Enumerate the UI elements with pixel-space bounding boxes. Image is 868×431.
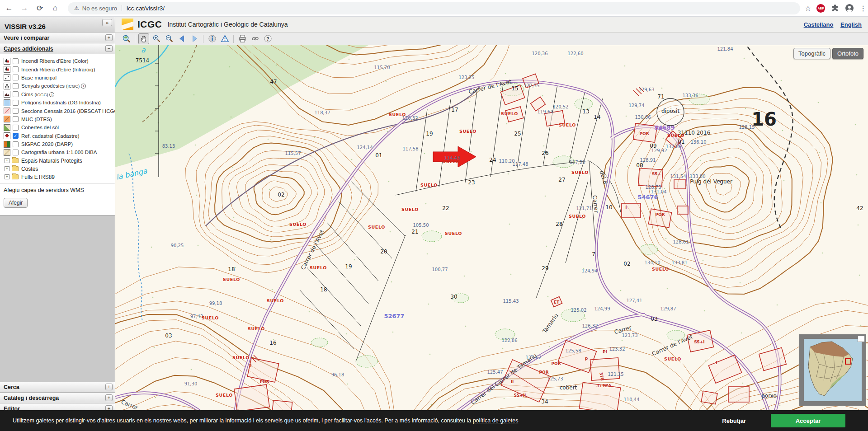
print-button[interactable] (237, 33, 248, 44)
lang-link-english[interactable]: English (840, 21, 862, 28)
layer-checkbox[interactable] (13, 108, 19, 114)
expand-icon[interactable]: + (105, 34, 113, 41)
layer-label[interactable]: Ref. cadastral (Cadastre) (21, 133, 79, 139)
layer-label[interactable]: Polígons Industrials (DG Indústria) (21, 100, 101, 105)
browser-menu-icon[interactable]: ⋮ (859, 4, 867, 13)
map-canvas[interactable]: Carrer de l'AvetCarrer de l'AvetCarrer d… (115, 45, 868, 431)
address-bar[interactable]: ⚠ No es seguro icc.cat/vissir3/ (68, 2, 800, 14)
next-view-button[interactable] (189, 33, 200, 44)
base-layer-ortofoto-button[interactable]: Ortofoto (832, 48, 863, 59)
previous-view-button[interactable] (176, 33, 187, 44)
layer-label[interactable]: Incendi Ribera d'Ebre (Infraroig) (21, 67, 95, 72)
add-wms-button[interactable]: Afegir (4, 198, 28, 208)
svg-text:?: ? (266, 36, 269, 42)
overview-minimap[interactable]: − (799, 334, 866, 406)
help-button[interactable]: ? (262, 33, 273, 44)
map-label: 120,52 (553, 104, 569, 109)
minimap-collapse-button[interactable]: − (858, 336, 865, 342)
expand-plus-icon[interactable]: + (5, 174, 9, 179)
map-label: SUELO (202, 315, 219, 320)
map-label: 125,58 (566, 348, 581, 353)
cookie-banner: Utilitzem galetes per distingir-vos d'al… (0, 410, 868, 431)
map-label: 54689 (654, 124, 675, 131)
layer-checkbox[interactable] (13, 58, 19, 64)
bookmark-star-icon[interactable]: ☆ (805, 4, 811, 13)
collapse-icon[interactable]: − (105, 45, 113, 52)
map-label: 90,25 (171, 243, 184, 248)
extensions-puzzle-icon[interactable] (830, 4, 840, 13)
base-layer-topografic-button[interactable]: Topogràfic (793, 48, 830, 59)
folder-icon (12, 158, 19, 163)
layer-label[interactable]: SIGPAC 2020 (DARP) (21, 141, 73, 147)
zoom-in-button[interactable] (151, 33, 162, 44)
pan-tool-button[interactable] (138, 33, 149, 44)
expand-icon[interactable]: + (105, 384, 113, 390)
profile-avatar[interactable] (845, 4, 854, 13)
expand-plus-icon[interactable]: + (5, 166, 9, 171)
map-label: SUELO (667, 133, 684, 138)
cookie-accept-button[interactable]: Acceptar (771, 414, 845, 427)
folder-label[interactable]: Costes (21, 166, 38, 172)
share-link-button[interactable] (250, 33, 260, 44)
zoom-out-button[interactable] (164, 33, 175, 44)
home-icon[interactable]: ⌂ (49, 2, 61, 14)
layer-checkbox[interactable] (13, 141, 19, 147)
folder-row: +Fulls ETRS89 (0, 173, 115, 181)
sidebar: VISSIR v3.26 « Veure i comparar + Capes … (0, 17, 115, 431)
map-label: SUELO (569, 214, 586, 219)
layer-checkbox[interactable] (13, 116, 19, 122)
layer-checkbox[interactable] (13, 66, 19, 72)
lang-link-castellano[interactable]: Castellano (804, 21, 834, 28)
adblock-extension-icon[interactable]: ABP (816, 4, 825, 13)
map-label: 01 (678, 139, 684, 145)
map-label: 123,73 (622, 333, 638, 338)
map-label: 18 (228, 266, 235, 272)
layer-checkbox[interactable] (13, 75, 19, 80)
folder-row: +Espais Naturals Protegits (0, 157, 115, 165)
accordion-cataleg-i-descarrega[interactable]: Catàleg i descàrrega + (0, 393, 115, 403)
cookie-reject-button[interactable]: Rebutjar (722, 417, 746, 424)
map-label: SUELO (216, 393, 233, 398)
accordion-capes-addicionals[interactable]: Capes addicionals − (0, 43, 115, 54)
reload-icon[interactable]: ⟳ (33, 2, 46, 14)
map-label: 121,84 (717, 47, 733, 52)
feature-info-button[interactable]: i (207, 33, 217, 44)
back-icon[interactable]: ← (3, 2, 15, 14)
map-label: 10 (605, 204, 612, 211)
url-text: icc.cat/vissir3/ (127, 5, 165, 12)
sidebar-collapse-button[interactable]: « (102, 19, 112, 26)
layer-label[interactable]: Cartografia urbana 1:1.000 DIBA (21, 150, 97, 155)
layer-label[interactable]: Incendi Ribera d'Ebre (Color) (21, 58, 89, 64)
layer-checkbox[interactable] (13, 83, 19, 89)
map-label: POR (551, 361, 561, 366)
layer-label[interactable]: Senyals geodèsics (ICGC)i (21, 83, 86, 89)
accordion-veure-i-comparar[interactable]: Veure i comparar + (0, 33, 115, 43)
folder-label[interactable]: Espais Naturals Protegits (21, 158, 82, 164)
zoom-extent-button[interactable] (121, 33, 132, 44)
map-label: 26 (542, 150, 548, 156)
layer-label[interactable]: Base municipal (21, 75, 57, 80)
map-label: P (585, 357, 588, 361)
layer-checkbox[interactable] (13, 100, 19, 106)
layer-label[interactable]: Seccions Censals 2016 (IDESCAT i ICGC) (21, 108, 115, 114)
layer-label[interactable]: MUC (DTES) (21, 117, 52, 122)
map-label: 22 (442, 205, 449, 211)
map-label: SS+I (694, 340, 704, 344)
layer-checkbox[interactable] (13, 125, 19, 131)
layer-checkbox[interactable] (13, 150, 19, 155)
expand-icon[interactable]: + (105, 394, 113, 401)
forward-icon[interactable]: → (18, 2, 31, 14)
info-icon[interactable]: i (81, 84, 86, 89)
layer-checkbox[interactable] (13, 91, 19, 97)
map-label: SUELO (571, 170, 589, 175)
expand-plus-icon[interactable]: + (5, 158, 9, 163)
cookie-policy-link[interactable]: política de galetes (473, 417, 519, 424)
layer-label[interactable]: Cims (ICGC)i (21, 92, 54, 97)
layer-checkbox[interactable]: ✓ (13, 133, 19, 139)
layer-row: MUC (DTES) (0, 115, 115, 123)
info-icon[interactable]: i (49, 92, 54, 97)
report-issue-button[interactable]: ! (219, 33, 230, 44)
layer-label[interactable]: Cobertes del sòl (21, 125, 59, 130)
folder-label[interactable]: Fulls ETRS89 (21, 174, 55, 180)
accordion-cerca[interactable]: Cerca + (0, 382, 115, 393)
